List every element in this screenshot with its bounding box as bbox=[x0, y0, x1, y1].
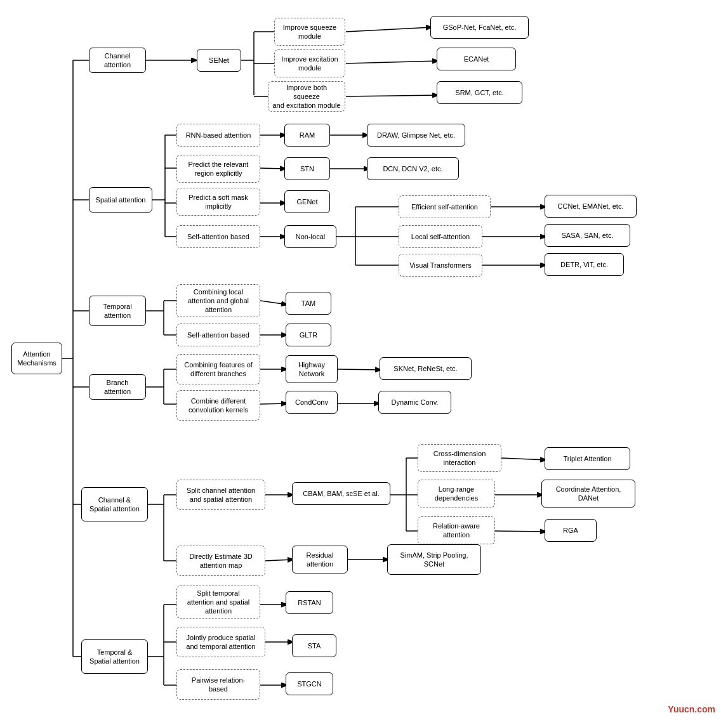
spatial-attention-node: Spatial attention bbox=[89, 187, 152, 213]
triplet-node: Triplet Attention bbox=[545, 447, 630, 470]
watermark: Yuucn.com bbox=[668, 704, 715, 714]
condconv-node: CondConv bbox=[286, 391, 338, 414]
ram-node: RAM bbox=[284, 124, 330, 147]
gltr-node: GLTR bbox=[286, 324, 331, 346]
ccnet-node: CCNet, EMANet, etc. bbox=[545, 195, 637, 218]
diagram: Attention Mechanisms Channel attention S… bbox=[0, 0, 728, 727]
svg-line-61 bbox=[501, 458, 546, 460]
local-self-node: Local self-attention bbox=[399, 225, 482, 248]
svg-line-16 bbox=[346, 95, 438, 96]
detr-node: DETR, ViT, etc. bbox=[545, 253, 624, 276]
temporal-spatial-node: Temporal & Spatial attention bbox=[81, 639, 148, 674]
directly-3d-node: Directly Estimate 3D attention map bbox=[176, 546, 265, 576]
dcn-node: DCN, DCN V2, etc. bbox=[367, 157, 459, 180]
sasa-node: SASA, SAN, etc. bbox=[545, 224, 630, 247]
connector-lines bbox=[0, 0, 728, 727]
gsop-node: GSoP-Net, FcaNet, etc. bbox=[430, 16, 529, 39]
efficient-self-node: Efficient self-attention bbox=[399, 195, 491, 218]
highway-node: Highway Network bbox=[286, 355, 338, 383]
residual-att-node: Residual attention bbox=[292, 546, 348, 573]
visual-trans-node: Visual Transformers bbox=[399, 254, 482, 277]
predict-explicit-node: Predict the relevant region explicitly bbox=[176, 155, 260, 183]
tam-node: TAM bbox=[286, 292, 331, 315]
stn-node: STN bbox=[284, 157, 330, 180]
coordinate-node: Coordinate Attention, DANet bbox=[541, 480, 635, 508]
branch-attention-node: Branch attention bbox=[89, 374, 146, 400]
svg-line-25 bbox=[260, 168, 286, 169]
combine-conv-node: Combine different convolution kernels bbox=[176, 390, 260, 421]
relation-aware-node: Relation-aware attention bbox=[418, 516, 495, 544]
svg-line-49 bbox=[260, 403, 287, 404]
self-att-temporal-node: Self-attention based bbox=[176, 324, 260, 346]
rga-node: RGA bbox=[545, 519, 597, 542]
split-temporal-spatial-node: Split temporal attention and spatial att… bbox=[176, 586, 260, 619]
temporal-attention-node: Temporal attention bbox=[89, 296, 146, 326]
svg-line-15 bbox=[346, 61, 438, 63]
root-node: Attention Mechanisms bbox=[11, 343, 62, 374]
simam-node: SimAM, Strip Pooling, SCNet bbox=[387, 544, 481, 575]
rnn-based-node: RNN-based attention bbox=[176, 124, 260, 147]
jointly-node: Jointly produce spatial and temporal att… bbox=[176, 627, 265, 657]
combine-features-node: Combining features of different branches bbox=[176, 354, 260, 384]
sta-node: STA bbox=[292, 634, 336, 657]
channel-spatial-node: Channel & Spatial attention bbox=[81, 487, 148, 521]
draw-node: DRAW, Glimpse Net, etc. bbox=[367, 124, 465, 147]
channel-attention-node: Channel attention bbox=[89, 48, 146, 73]
ecanet-node: ECANet bbox=[437, 48, 516, 70]
stgcn-node: STGCN bbox=[286, 672, 333, 695]
svg-line-14 bbox=[346, 27, 432, 32]
improve-excitation-node: Improve excitation module bbox=[274, 49, 345, 77]
split-channel-node: Split channel attention and spatial atte… bbox=[176, 480, 265, 510]
sknet-node: SKNet, ReNeSt, etc. bbox=[380, 357, 472, 380]
cbam-node: CBAM, BAM, scSE et al. bbox=[292, 482, 390, 505]
improve-squeeze-node: Improve squeeze module bbox=[274, 18, 345, 46]
svg-line-48 bbox=[338, 369, 381, 370]
dynamic-conv-node: Dynamic Conv. bbox=[378, 391, 451, 414]
svg-line-41 bbox=[260, 301, 287, 305]
combine-local-global-node: Combining local attention and global att… bbox=[176, 284, 260, 317]
rstan-node: RSTAN bbox=[286, 591, 333, 614]
svg-line-64 bbox=[265, 560, 293, 561]
senet-node: SENet bbox=[197, 49, 241, 72]
cross-dim-node: Cross-dimension interaction bbox=[418, 444, 501, 472]
predict-soft-node: Predict a soft mask implicitly bbox=[176, 188, 260, 216]
improve-both-node: Improve both squeeze and excitation modu… bbox=[268, 81, 345, 112]
srm-node: SRM, GCT, etc. bbox=[437, 81, 522, 104]
non-local-node: Non-local bbox=[284, 225, 336, 248]
svg-line-63 bbox=[495, 531, 546, 532]
genet-node: GENet bbox=[284, 190, 330, 213]
long-range-node: Long-range dependencies bbox=[418, 480, 495, 508]
pairwise-node: Pairwise relation- based bbox=[176, 669, 260, 700]
self-att-spatial-node: Self-attention based bbox=[176, 225, 260, 248]
